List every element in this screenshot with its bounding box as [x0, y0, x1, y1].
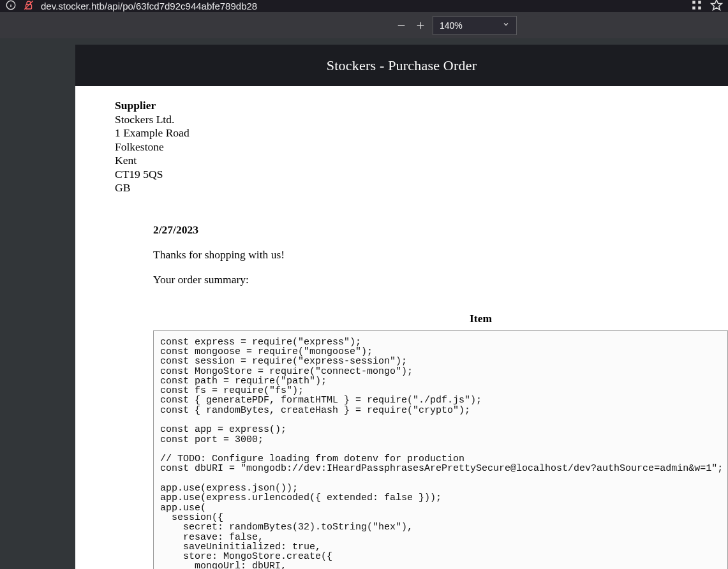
svg-rect-5 — [692, 1, 695, 4]
order-meta: 2/27/2023 Thanks for shopping with us! Y… — [153, 223, 728, 286]
supplier-county: Kent — [115, 154, 728, 168]
table-header-item: Item — [153, 312, 728, 330]
order-thanks: Thanks for shopping with us! — [153, 248, 728, 262]
urlbar-right-controls — [691, 0, 723, 12]
supplier-block: Supplier Stockers Ltd. 1 Example Road Fo… — [115, 99, 728, 195]
zoom-level-value: 140% — [440, 20, 463, 31]
pdf-toolbar: 140% — [0, 12, 728, 38]
pdf-header: Stockers - Purchase Order — [75, 45, 728, 86]
reader-grid-icon[interactable] — [691, 0, 702, 12]
zoom-in-button[interactable] — [411, 17, 430, 34]
url-text[interactable]: dev.stocker.htb/api/po/63fcd7d92c944abfe… — [41, 1, 257, 11]
svg-rect-7 — [692, 6, 695, 10]
zoom-controls: 140% — [392, 17, 517, 34]
insecure-lock-icon[interactable] — [23, 0, 34, 12]
chevron-down-icon — [502, 20, 510, 30]
supplier-city: Folkestone — [115, 140, 728, 154]
supplier-postcode: CT19 5QS — [115, 168, 728, 182]
supplier-country: GB — [115, 181, 728, 195]
order-date: 2/27/2023 — [153, 223, 728, 237]
order-item-content: const express = require("express"); cons… — [153, 330, 728, 569]
supplier-heading: Supplier — [115, 99, 728, 113]
browser-urlbar: dev.stocker.htb/api/po/63fcd7d92c944abfe… — [0, 0, 728, 12]
pdf-body: Supplier Stockers Ltd. 1 Example Road Fo… — [75, 86, 728, 569]
supplier-name: Stockers Ltd. — [115, 113, 728, 127]
info-icon[interactable] — [5, 0, 17, 12]
svg-marker-9 — [711, 0, 722, 10]
zoom-out-button[interactable] — [392, 17, 411, 34]
svg-rect-8 — [698, 6, 701, 10]
order-table: Item const express = require("express");… — [153, 312, 728, 569]
zoom-level-select[interactable]: 140% — [433, 16, 517, 35]
svg-rect-6 — [698, 1, 701, 4]
supplier-address1: 1 Example Road — [115, 126, 728, 140]
bookmark-star-icon[interactable] — [710, 0, 723, 12]
order-summary-label: Your order summary: — [153, 273, 728, 286]
page-title: Stockers - Purchase Order — [327, 57, 477, 74]
pdf-viewport: Stockers - Purchase Order Supplier Stock… — [0, 38, 728, 569]
pdf-page: Stockers - Purchase Order Supplier Stock… — [75, 45, 728, 569]
